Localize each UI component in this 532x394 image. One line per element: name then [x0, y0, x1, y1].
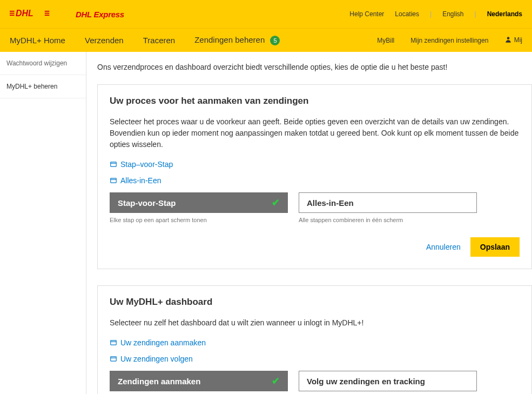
nav-right: MyBill Mijn zendingen instellingen Mij	[377, 36, 522, 45]
cancel-button[interactable]: Annuleren	[426, 243, 461, 251]
option-follow-shipments[interactable]: Volg uw zendingen en tracking	[299, 371, 477, 391]
option-label: Alles-in-Een	[307, 198, 354, 208]
option-caption: Alle stappen combineren in één scherm	[299, 216, 477, 224]
svg-rect-8	[111, 162, 117, 166]
lang-nederlands[interactable]: Nederlands	[487, 10, 522, 18]
panel1-desc: Selecteer het proces waar u de voorkeur …	[110, 116, 520, 150]
nav-left: MyDHL+ Home Verzenden Traceren Zendingen…	[10, 35, 280, 45]
preview-icon	[110, 177, 117, 184]
navbar: MyDHL+ Home Verzenden Traceren Zendingen…	[0, 28, 532, 52]
option-col: Stap-voor-Stap ✔ Elke stap op een apart …	[110, 192, 288, 224]
nav-user[interactable]: Mij	[504, 36, 522, 45]
preview-link-label: Uw zendingen aanmaken	[120, 338, 206, 347]
preview-link-label: Alles-in-Een	[120, 176, 161, 185]
lang-english[interactable]: English	[442, 10, 463, 18]
intro-text: Ons verzendproces en dashboard overzicht…	[97, 63, 532, 71]
svg-rect-2	[10, 15, 15, 16]
layout: Wachtwoord wijzigen MyDHL+ beheren Ons v…	[0, 52, 532, 394]
toplinks: Help Center Locaties | English | Nederla…	[349, 10, 522, 18]
dhl-logo-icon[interactable]: DHL	[10, 8, 69, 21]
option-col: Alles-in-Een Alle stappen combineren in …	[299, 192, 477, 224]
panel1-actions: Annuleren Opslaan	[110, 237, 520, 257]
sidebar: Wachtwoord wijzigen MyDHL+ beheren	[0, 52, 86, 394]
option-row: Stap-voor-Stap ✔ Elke stap op een apart …	[110, 192, 520, 224]
nav-track[interactable]: Traceren	[143, 36, 175, 45]
logo-area: DHL DHL Express	[10, 8, 124, 21]
preview-create-shipments[interactable]: Uw zendingen aanmaken	[110, 338, 520, 347]
svg-point-7	[507, 37, 510, 39]
nav-manage-label: Zendingen beheren	[194, 35, 265, 44]
divider: |	[475, 10, 476, 18]
main: Ons verzendproces en dashboard overzicht…	[86, 52, 532, 394]
svg-rect-4	[45, 11, 50, 12]
panel1-title: Uw proces voor het aanmaken van zendinge…	[110, 96, 520, 106]
sidebar-item-manage[interactable]: MyDHL+ beheren	[0, 75, 86, 98]
nav-settings[interactable]: Mijn zendingen instellingen	[410, 37, 488, 44]
svg-rect-0	[10, 11, 15, 12]
nav-user-label: Mij	[514, 36, 522, 44]
option-create-shipments[interactable]: Zendingen aanmaken ✔	[110, 371, 288, 391]
option-row: Zendingen aanmaken ✔ Het aanmaken van ze…	[110, 371, 520, 394]
svg-rect-6	[45, 15, 50, 16]
option-all-in-one[interactable]: Alles-in-Een	[299, 192, 477, 213]
panel-dashboard: Uw MyDHL+ dashboard Selecteer nu zelf he…	[97, 285, 532, 394]
save-button[interactable]: Opslaan	[470, 237, 520, 257]
preview-follow-shipments[interactable]: Uw zendingen volgen	[110, 355, 520, 363]
nav-send[interactable]: Verzenden	[85, 36, 124, 45]
nav-mybill[interactable]: MyBill	[377, 37, 394, 44]
option-col: Zendingen aanmaken ✔ Het aanmaken van ze…	[110, 371, 288, 394]
sidebar-item-password[interactable]: Wachtwoord wijzigen	[0, 52, 86, 75]
preview-icon	[110, 355, 117, 363]
panel2-desc: Selecteer nu zelf het dashboard dat u wi…	[110, 317, 520, 329]
svg-rect-14	[111, 357, 117, 361]
option-step-by-step[interactable]: Stap-voor-Stap ✔	[110, 192, 288, 213]
badge-count: 5	[270, 36, 280, 45]
divider: |	[430, 10, 432, 18]
nav-home[interactable]: MyDHL+ Home	[10, 36, 65, 45]
check-icon: ✔	[272, 197, 280, 209]
preview-link-label: Uw zendingen volgen	[120, 355, 193, 363]
help-link[interactable]: Help Center	[349, 10, 384, 18]
svg-rect-10	[111, 178, 117, 183]
preview-link-label: Stap–voor-Stap	[120, 160, 173, 169]
svg-rect-12	[111, 340, 117, 345]
option-label: Stap-voor-Stap	[118, 198, 176, 208]
panel2-title: Uw MyDHL+ dashboard	[110, 297, 520, 308]
check-icon: ✔	[272, 375, 280, 387]
svg-rect-5	[45, 13, 50, 14]
user-icon	[504, 36, 512, 45]
brand-text: DHL Express	[76, 10, 124, 19]
option-label: Volg uw zendingen en tracking	[307, 377, 425, 386]
topbar: DHL DHL Express Help Center Locaties | E…	[0, 0, 532, 28]
option-label: Zendingen aanmaken	[118, 377, 200, 386]
preview-icon	[110, 339, 117, 346]
option-caption: Elke stap op een apart scherm tonen	[110, 216, 288, 224]
nav-manage[interactable]: Zendingen beheren 5	[194, 35, 280, 45]
preview-all-in-one[interactable]: Alles-in-Een	[110, 176, 520, 185]
option-col: Volg uw zendingen en tracking Het volgen…	[299, 371, 477, 394]
preview-icon	[110, 161, 117, 168]
svg-text:DHL: DHL	[16, 9, 33, 18]
panel-shipment-process: Uw proces voor het aanmaken van zendinge…	[97, 84, 532, 269]
locations-link[interactable]: Locaties	[395, 10, 419, 18]
preview-step-by-step[interactable]: Stap–voor-Stap	[110, 160, 520, 169]
svg-rect-1	[10, 13, 15, 14]
